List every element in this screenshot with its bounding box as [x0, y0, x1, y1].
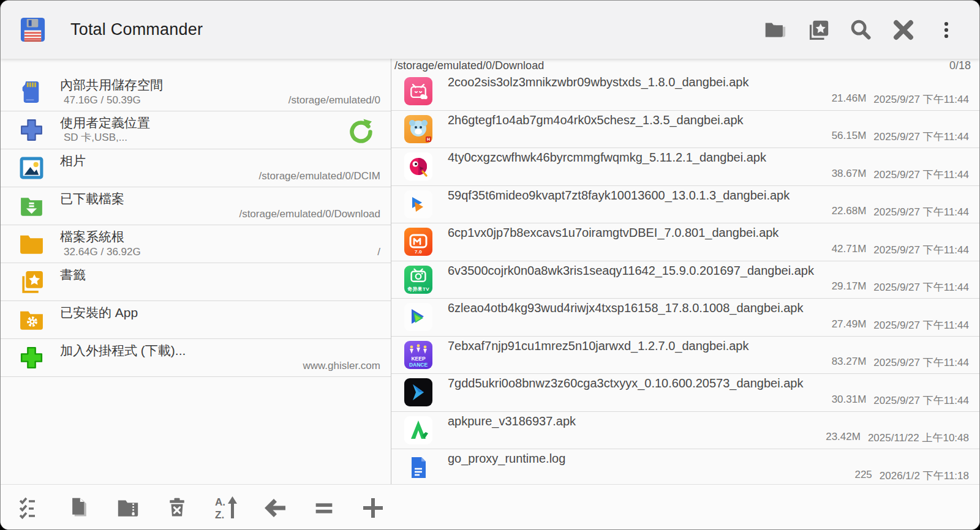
home-item-internal-storage[interactable]: 內部共用儲存空間 47.16G / 50.39G /storage/emulat… — [1, 73, 391, 111]
home-item-label: 相片 — [60, 152, 86, 170]
file-row[interactable]: go_proxy_runtime.log 225 2026/1/2 下午11:1… — [391, 449, 979, 484]
file-date: 2025/9/27 下午11:44 — [873, 280, 969, 294]
file-date: 2025/9/27 下午11:44 — [873, 394, 969, 408]
pink-bird-app-icon — [404, 152, 432, 181]
file-name: 59qf35t6mideo9kvapt7zt8fayk10013600_13.0… — [448, 188, 790, 203]
file-row[interactable]: apkpure_v3186937.apk 23.42M 2025/11/22 上… — [391, 412, 979, 450]
file-date: 2025/9/27 下午11:44 — [873, 92, 969, 106]
file-row[interactable]: 6zleao4otb4kg93wud4riwjx4txsp16158_17.8.… — [391, 299, 979, 337]
home-item-path: /storage/emulated/0/Download — [239, 208, 380, 220]
keep-dance-app-icon: KEEP DANCE — [404, 341, 432, 369]
apps-folder-icon — [18, 306, 45, 334]
file-date: 2025/9/27 下午11:44 — [873, 205, 969, 219]
file-meta: 30.31M 2025/9/27 下午11:44 — [832, 394, 969, 408]
file-size: 38.67M — [832, 168, 867, 182]
home-item-installed-apps[interactable]: 已安裝的 App — [1, 301, 391, 339]
bookmarks-button[interactable] — [804, 17, 831, 43]
new-file-icon — [67, 496, 91, 520]
overflow-menu-button[interactable] — [933, 17, 960, 43]
svg-text:DANCE: DANCE — [409, 362, 428, 368]
home-panel: 內部共用儲存空間 47.16G / 50.39G /storage/emulat… — [1, 59, 391, 484]
file-size: 56.15M — [832, 130, 867, 144]
file-name: 2coo2sis3olz3mnikzwbr09wbystxds_1.8.0_da… — [448, 75, 748, 89]
file-list-header: /storage/emulated/0/Download 0/18 — [391, 59, 979, 73]
bilibili-tv-app-icon — [404, 77, 432, 105]
download-folder-icon — [18, 192, 45, 220]
blue-plus-icon — [18, 116, 45, 144]
folders-button[interactable] — [761, 17, 788, 43]
file-row[interactable]: 7gdd5ukri0o8bnwz3z60cga3ctxyyx_0.10.600.… — [391, 374, 979, 412]
search-button[interactable] — [847, 17, 874, 43]
equals-icon — [312, 496, 336, 520]
home-item-capacity: 32.64G / 36.92G — [64, 246, 141, 258]
video-play-app-icon — [404, 190, 432, 218]
file-row[interactable]: 2coo2sis3olz3mnikzwbr09wbystxds_1.8.0_da… — [391, 73, 979, 111]
equals-button[interactable] — [300, 490, 349, 526]
add-button[interactable] — [349, 490, 398, 526]
green-plus-icon — [18, 344, 45, 371]
home-item-capacity: 47.16G / 50.39G — [64, 94, 141, 106]
home-item-sub: SD 卡,USB,... — [64, 130, 127, 144]
home-item-downloads[interactable]: 已下載檔案 /storage/emulated/0/Download — [1, 187, 391, 225]
home-item-label: 已安裝的 App — [60, 304, 138, 321]
apkpure-app-icon — [404, 416, 432, 444]
delete-button[interactable] — [153, 490, 202, 526]
file-size: 22.68M — [832, 205, 867, 219]
refresh-icon[interactable] — [347, 117, 374, 144]
select-list-button[interactable] — [6, 490, 55, 526]
file-date: 2025/9/27 下午11:44 — [873, 318, 969, 332]
close-button[interactable] — [890, 17, 917, 43]
folder-icon — [18, 230, 45, 258]
archive-folder-icon — [116, 496, 140, 520]
title-bar: Total Commander — [1, 1, 979, 59]
home-item-user-locations[interactable]: 使用者定義位置 SD 卡,USB,... — [1, 111, 391, 149]
file-name: 7gdd5ukri0o8bnwz3z60cga3ctxyyx_0.10.600.… — [448, 376, 803, 390]
total-commander-window: Total Commander — [0, 0, 980, 530]
home-item-bookmarks[interactable]: 書籤 — [1, 263, 391, 301]
file-size: 83.27M — [832, 356, 867, 370]
file-meta: 38.67M 2025/9/27 下午11:44 — [832, 168, 969, 182]
file-meta: 42.71M 2025/9/27 下午11:44 — [832, 243, 969, 257]
file-row[interactable]: 7.0 6cp1vx0jp7b8excavs1u7oiramgtvDBEI_7.… — [391, 223, 979, 261]
file-size: 21.46M — [832, 92, 867, 106]
log-document-icon — [404, 453, 432, 482]
svg-text:H: H — [427, 137, 430, 141]
file-date: 2025/11/22 上午10:48 — [868, 431, 969, 445]
file-row[interactable]: 59qf35t6mideo9kvapt7zt8fayk10013600_13.0… — [391, 186, 979, 224]
file-date: 2025/9/27 下午11:44 — [873, 243, 969, 257]
file-meta: 23.42M 2025/11/22 上午10:48 — [826, 431, 969, 445]
file-size: 29.17M — [832, 280, 867, 294]
file-row[interactable]: 奇异果TV 6v3500cojrk0n0a8wk3ris1seaqy11642_… — [391, 261, 979, 299]
sort-az-button[interactable]: A. Z. — [202, 490, 251, 526]
file-date: 2025/9/27 下午11:44 — [873, 168, 969, 182]
mgtv-version-badge: 7.0 — [404, 249, 432, 255]
home-item-label: 已下載檔案 — [60, 190, 124, 207]
archive-folder-button[interactable] — [104, 490, 153, 526]
back-button[interactable] — [251, 490, 300, 526]
file-name: go_proxy_runtime.log — [448, 452, 565, 466]
home-item-file-system-root[interactable]: 檔案系統根 32.64G / 36.92G / — [1, 225, 391, 263]
file-meta: 225 2026/1/2 下午11:18 — [854, 469, 969, 483]
dark-arrow-app-icon — [404, 378, 432, 406]
sort-az-icon: A. Z. — [213, 495, 239, 521]
back-arrow-icon — [262, 495, 288, 521]
bookmark-cards-icon — [18, 268, 45, 296]
bookmarks-icon — [805, 17, 831, 43]
current-path[interactable]: /storage/emulated/0/Download — [394, 59, 544, 72]
file-size: 30.31M — [832, 394, 867, 408]
home-item-photos[interactable]: 相片 /storage/emulated/0/DCIM — [1, 149, 391, 187]
file-date: 2025/9/27 下午11:44 — [873, 356, 969, 370]
file-row[interactable]: H 2h6gtegf1o4ab7gm4o4rk0x5chesz_1.3.5_da… — [391, 111, 979, 149]
file-row[interactable]: 4ty0cxgzcwfhwk46byrcmmgfwqmkg_5.11.2.1_d… — [391, 148, 979, 186]
select-list-icon — [17, 495, 43, 521]
new-file-button[interactable] — [55, 490, 104, 526]
search-icon — [848, 17, 873, 43]
qiyiguo-label-badge: 奇异果TV — [404, 286, 432, 293]
svg-text:Z.: Z. — [215, 509, 224, 521]
overflow-menu-icon — [934, 18, 959, 42]
main-area: 內部共用儲存空間 47.16G / 50.39G /storage/emulat… — [1, 59, 979, 484]
file-name: 6v3500cojrk0n0a8wk3ris1seaqy11642_15.9.0… — [448, 264, 814, 278]
file-name: 6cp1vx0jp7b8excavs1u7oiramgtvDBEI_7.0.80… — [448, 226, 778, 240]
file-row[interactable]: KEEP DANCE 7ebxaf7njp91cu1mrez5n10jarwxd… — [391, 337, 979, 375]
home-item-add-plugins[interactable]: 加入外掛程式 (下載)... www.ghisler.com — [1, 339, 391, 377]
